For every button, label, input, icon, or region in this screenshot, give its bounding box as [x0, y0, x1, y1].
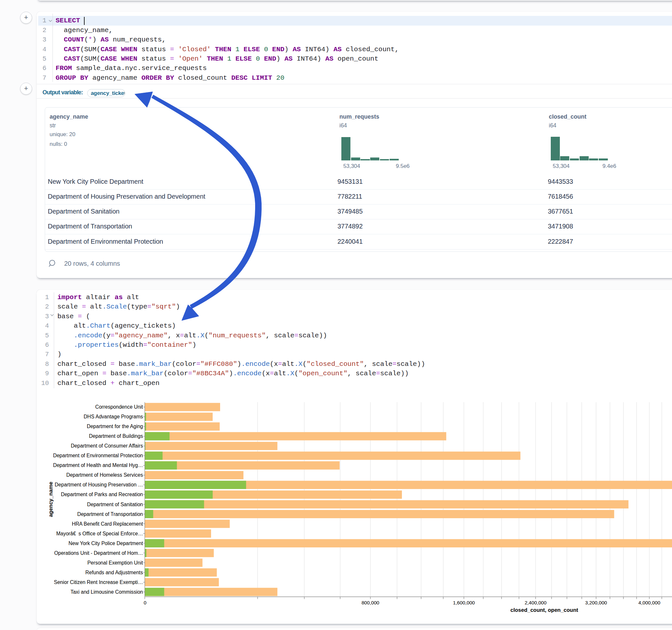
svg-text:4,000,000: 4,000,000	[638, 600, 660, 605]
svg-text:Department of Buildings: Department of Buildings	[89, 433, 143, 439]
svg-text:Operations Unit - Department o: Operations Unit - Department of Hom…	[54, 550, 143, 556]
svg-text:Correspondence Unit: Correspondence Unit	[95, 404, 143, 410]
svg-text:Department of Sanitation: Department of Sanitation	[87, 502, 143, 507]
svg-text:HRA Benefit Card Replacement: HRA Benefit Card Replacement	[72, 521, 143, 527]
svg-text:Department of Consumer Affairs: Department of Consumer Affairs	[71, 443, 143, 449]
svg-text:Personal Exemption Unit: Personal Exemption Unit	[87, 560, 143, 565]
svg-text:Mayorâ€ s Office of Special En: Mayorâ€ s Office of Special Enforce…	[56, 531, 143, 536]
svg-text:Department of Environmental Pr: Department of Environmental Protection	[53, 453, 143, 458]
svg-text:DHS Advantage Programs: DHS Advantage Programs	[83, 414, 143, 419]
svg-text:800,000: 800,000	[361, 600, 379, 605]
svg-text:Department of Housing Preserva: Department of Housing Preservation …	[55, 482, 143, 487]
svg-text:Department of Homeless Service: Department of Homeless Services	[66, 472, 143, 478]
svg-text:New York City Police Departmen: New York City Police Department	[68, 540, 143, 546]
svg-text:Department of Parks and Recrea: Department of Parks and Recreation	[61, 492, 143, 497]
svg-text:Department for the Aging: Department for the Aging	[87, 423, 143, 429]
svg-text:Taxi and Limousine Commission: Taxi and Limousine Commission	[70, 589, 143, 595]
svg-text:Refunds and Adjustments: Refunds and Adjustments	[85, 570, 143, 575]
svg-text:Department of Transportation: Department of Transportation	[77, 511, 143, 517]
svg-text:Department of Health and Menta: Department of Health and Mental Hyg…	[53, 462, 143, 468]
svg-text:0: 0	[144, 600, 146, 605]
svg-text:2,400,000: 2,400,000	[525, 600, 547, 605]
svg-text:agency_name: agency_name	[48, 482, 53, 517]
svg-text:Senior Citizen Rent Increase E: Senior Citizen Rent Increase Exempti…	[54, 579, 143, 585]
svg-text:closed_count, open_count: closed_count, open_count	[510, 607, 578, 613]
svg-text:1,600,000: 1,600,000	[453, 600, 475, 605]
svg-text:3,200,000: 3,200,000	[585, 600, 607, 605]
